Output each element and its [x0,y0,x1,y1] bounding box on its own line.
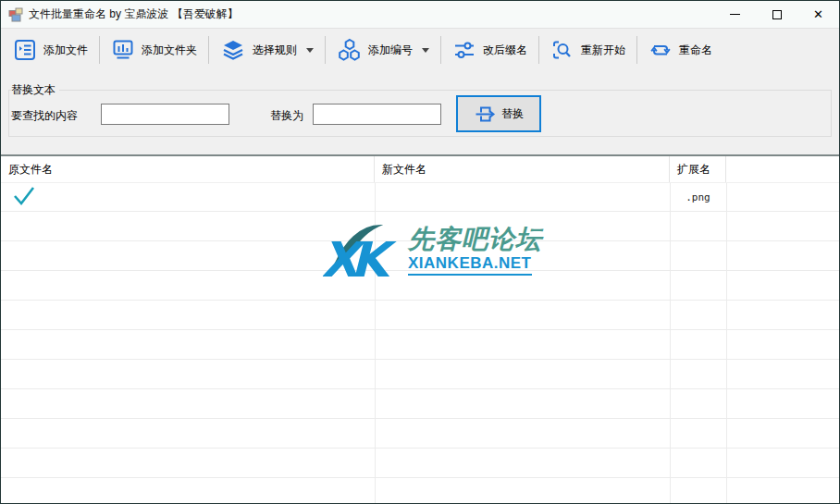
change-extension-label: 改后缀名 [483,43,527,58]
arrow-through-bracket-icon [474,103,496,125]
toolbar-separator [538,36,539,64]
column-header-new-name[interactable]: 新文件名 [375,156,670,182]
table-row[interactable]: .png [1,183,839,212]
replace-button[interactable]: 替换 [456,95,541,132]
sliders-icon [452,38,476,62]
empty-row [1,449,839,478]
titlebar: 文件批量重命名 by 宝鼎波波 【吾爱破解】 ✕ [1,1,839,28]
toolbar-separator [99,36,100,64]
replace-button-label: 替换 [501,106,524,122]
column-gridline [670,183,671,503]
empty-row [1,419,839,449]
extension-cell: .png [670,191,726,203]
chevron-down-icon [422,48,429,53]
replace-panel: 替换文本 要查找的内容 替换为 替换 [1,71,839,156]
replace-label: 替换为 [270,108,303,124]
window-controls: ✕ [714,1,839,28]
watermark: XK 先客吧论坛 XIANKEBA.NET [323,215,542,286]
hexagons-icon [337,38,362,63]
toolbar-separator [636,36,637,64]
chevron-down-icon [306,48,314,53]
rename-label: 重命名 [679,43,712,58]
toolbar-separator [440,36,441,64]
column-header-filler [726,156,839,182]
layers-icon [220,38,246,62]
table-header-row: 原文件名 新文件名 扩展名 [1,156,839,183]
empty-row [1,360,839,389]
select-rule-button[interactable]: 选择规则 [211,31,323,68]
watermark-site-url: XIANKEBA.NET [408,254,532,276]
select-rule-label: 选择规则 [253,43,297,58]
add-folder-button[interactable]: 添加文件夹 [102,31,206,68]
original-name-cell [1,185,375,210]
file-table: 原文件名 新文件名 扩展名 .png [1,156,839,503]
column-header-original-name[interactable]: 原文件名 [1,156,375,182]
empty-row [1,301,839,330]
minimize-icon [730,14,740,15]
restart-button[interactable]: 重新开始 [541,31,635,68]
xk-logo-icon: XK [323,215,401,286]
replace-input[interactable] [313,104,441,125]
restart-label: 重新开始 [581,43,625,58]
change-extension-button[interactable]: 改后缀名 [443,31,537,68]
add-file-button[interactable]: 添加文件 [4,31,97,68]
toolbar: 添加文件 添加文件夹 选择规则 [1,28,839,71]
close-icon: ✕ [813,8,823,20]
column-header-extension[interactable]: 扩展名 [670,156,726,182]
winforms-app-icon [8,7,23,22]
app-window: 文件批量重命名 by 宝鼎波波 【吾爱破解】 ✕ 添加文件 [0,0,840,504]
svg-text:XK: XK [323,231,397,286]
column-gridline [726,183,727,503]
toolbar-separator [208,36,209,64]
empty-row [1,330,839,360]
repeat-icon [649,38,673,62]
empty-row [1,478,839,503]
add-folder-label: 添加文件夹 [142,43,197,58]
add-number-button[interactable]: 添加编号 [327,31,439,68]
replace-groupbox: 替换文本 要查找的内容 替换为 替换 [8,90,832,137]
empty-row [1,389,839,419]
window-title: 文件批量重命名 by 宝鼎波波 【吾爱破解】 [29,6,239,22]
add-file-icon [13,38,37,62]
find-label: 要查找的内容 [11,108,78,124]
find-input[interactable] [101,104,229,125]
groupbox-legend: 替换文本 [11,82,59,98]
minimize-button[interactable] [714,1,756,28]
close-button[interactable]: ✕ [797,1,839,28]
search-restart-icon [550,38,574,62]
add-folder-icon [111,38,135,62]
toolbar-separator [325,36,326,64]
watermark-text: 先客吧论坛 XIANKEBA.NET [408,226,542,276]
watermark-site-name: 先客吧论坛 [408,226,542,254]
maximize-icon [772,10,782,19]
maximize-button[interactable] [756,1,797,28]
add-file-label: 添加文件 [43,43,88,58]
rename-button[interactable]: 重命名 [639,31,722,68]
add-number-label: 添加编号 [368,43,413,58]
checkmark-icon [12,185,36,207]
